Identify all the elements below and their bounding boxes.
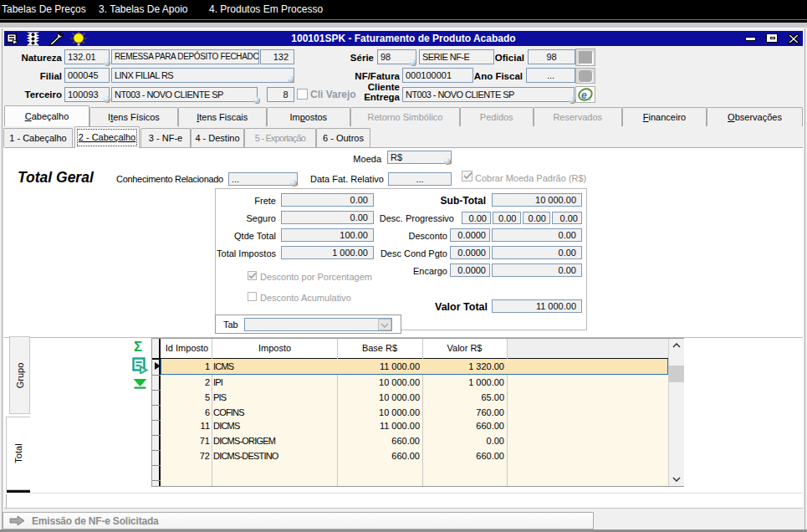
svg-text:e: e xyxy=(581,89,587,100)
